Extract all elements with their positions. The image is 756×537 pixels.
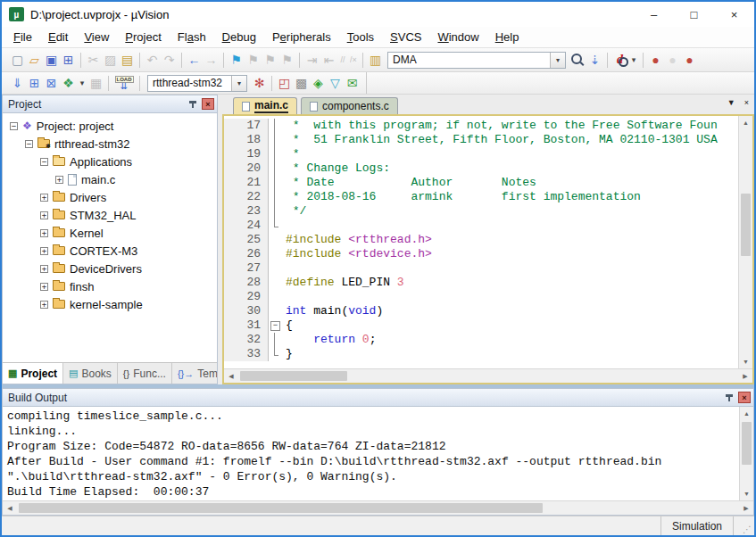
pin-icon[interactable] [187, 98, 199, 111]
bookmark-clear-all-icon[interactable]: ⚑ [278, 52, 295, 68]
editor-vertical-scrollbar[interactable]: ▲ ▼ [738, 116, 752, 368]
save-icon[interactable]: ▣ [43, 52, 60, 68]
panel-tab-func-[interactable]: {}Func... [118, 363, 172, 384]
indent-icon[interactable]: ⇥ [303, 52, 320, 68]
code-line[interactable]: 19 * [224, 147, 738, 161]
incremental-find-icon[interactable]: ⇣ [586, 52, 603, 68]
menu-peripherals[interactable]: Peripherals [264, 28, 339, 46]
scroll-up-icon[interactable]: ▲ [740, 407, 753, 420]
code-line[interactable]: 33} [224, 347, 738, 361]
new-file-icon[interactable]: ▢ [9, 52, 26, 68]
paste-icon[interactable]: ▤ [119, 52, 136, 68]
bookmark-next-icon[interactable]: ⚑ [262, 52, 278, 68]
tree-expander-icon[interactable]: + [40, 283, 48, 291]
code-line[interactable]: 26#include <rtdevice.h> [224, 247, 738, 261]
tree-expander-icon[interactable]: + [40, 211, 48, 219]
tree-item-stm32-hal[interactable]: +STM32_HAL [3, 206, 217, 224]
menu-edit[interactable]: Edit [40, 28, 76, 46]
menu-svcs[interactable]: SVCS [382, 28, 429, 46]
copy-icon[interactable]: ▨ [102, 52, 119, 68]
panel-tab-project[interactable]: ▦Project [3, 363, 63, 384]
redo-icon[interactable]: ↷ [161, 52, 178, 68]
editor-tab-components-c[interactable]: components.c [301, 97, 398, 114]
manage-run-time-environment-icon[interactable]: ◈ [310, 75, 327, 91]
panel-tab-books[interactable]: ▤Books [63, 363, 118, 384]
target-select-combo[interactable]: rtthread-stm32▾ [147, 75, 247, 92]
scroll-up-icon[interactable]: ▲ [739, 116, 752, 129]
menu-file[interactable]: File [5, 28, 40, 46]
editor-tab-main-c[interactable]: main.c [233, 97, 297, 114]
scroll-left-icon[interactable]: ◀ [224, 373, 238, 380]
menu-window[interactable]: Window [429, 28, 486, 46]
scroll-down-icon[interactable]: ▼ [739, 355, 752, 368]
tree-expander-icon[interactable]: − [10, 122, 18, 130]
code-line[interactable]: 29 [224, 290, 738, 304]
build-output-log[interactable]: compiling timeslice_sample.c...linking..… [3, 407, 739, 500]
minimize-button[interactable]: – [634, 2, 674, 27]
batch-build-caret[interactable]: ▾ [77, 75, 87, 91]
tree-item-cortex-m3[interactable]: +CORTEX-M3 [3, 242, 217, 260]
debug-search-icon[interactable]: d [611, 52, 628, 68]
translate-icon[interactable]: ⇓ [9, 75, 26, 91]
editor-horizontal-scrollbar[interactable]: ◀ ▶ [224, 368, 752, 383]
build-icon[interactable]: ⊞ [26, 75, 43, 91]
build-output-horizontal-scrollbar[interactable]: ◀ ▶ [3, 500, 753, 515]
scroll-right-icon[interactable]: ▶ [738, 373, 752, 380]
multi-project-workspace-icon[interactable]: ▩ [293, 75, 310, 91]
menu-help[interactable]: Help [487, 28, 528, 46]
build-output-vertical-scrollbar[interactable]: ▲ ▼ [739, 407, 753, 500]
build-vscroll-thumb[interactable] [742, 422, 752, 465]
code-line[interactable]: 28#define LED_PIN 3 [224, 276, 738, 290]
tree-item-kernel-sample[interactable]: +kernel-sample [3, 295, 217, 313]
tree-expander-icon[interactable]: − [40, 158, 48, 166]
code-line[interactable]: 17 * with this program; if not, write to… [224, 119, 738, 133]
disable-all-breakpoints-icon[interactable]: ● [664, 52, 681, 68]
tree-item-kernel[interactable]: +Kernel [3, 224, 217, 242]
menu-project[interactable]: Project [117, 28, 169, 46]
code-line[interactable]: 21 * Date Author Notes [224, 176, 738, 190]
search-dropdown-caret[interactable]: ▾ [628, 52, 639, 68]
tree-expander-icon[interactable]: + [40, 265, 48, 273]
tree-item-rtthread-stm32[interactable]: −rtthread-stm32 [3, 135, 217, 153]
code-line[interactable]: 32 return 0; [224, 333, 738, 347]
cut-icon[interactable]: ✂ [85, 52, 102, 68]
bookmark-previous-icon[interactable]: ⚑ [245, 52, 262, 68]
tree-expander-icon[interactable]: + [55, 176, 63, 184]
maximize-button[interactable]: □ [674, 2, 714, 27]
build-hscroll-thumb[interactable] [19, 503, 543, 513]
code-line[interactable]: 25#include <rtthread.h> [224, 233, 738, 247]
tree-expander-icon[interactable]: + [40, 247, 48, 255]
menu-tools[interactable]: Tools [339, 28, 382, 46]
code-editor[interactable]: 17 * with this program; if not, write to… [224, 116, 738, 368]
tree-item-finsh[interactable]: +finsh [3, 277, 217, 295]
unindent-icon[interactable]: ⇤ [320, 52, 337, 68]
resize-grip[interactable]: ⋰ [733, 516, 754, 535]
uncomment-selection-icon[interactable]: /× [348, 52, 359, 68]
options-for-target-icon[interactable]: ✻ [251, 75, 268, 91]
save-all-icon[interactable]: ⊞ [60, 52, 77, 68]
search-combo-dropdown-icon[interactable]: ▾ [550, 53, 565, 68]
tree-item-devicedrivers[interactable]: +DeviceDrivers [3, 260, 217, 277]
tree-item-project-project[interactable]: −❖Project: project [3, 117, 217, 135]
find-icon[interactable] [569, 52, 586, 68]
tree-expander-icon[interactable]: − [25, 140, 33, 148]
undo-icon[interactable]: ↶ [144, 52, 161, 68]
stop-build-icon[interactable]: ▦ [87, 75, 104, 91]
tree-item-main-c[interactable]: +main.c [3, 170, 217, 188]
code-line[interactable]: 18 * 51 Franklin Street, Fifth Floor, Bo… [224, 133, 738, 147]
comment-selection-icon[interactable]: // [337, 52, 348, 68]
download-icon[interactable]: LOAD⇊ [112, 75, 136, 91]
fold-collapse-icon[interactable] [269, 318, 281, 333]
scroll-left-icon[interactable]: ◀ [3, 505, 17, 512]
kill-all-breakpoints-icon[interactable]: ● [681, 52, 698, 68]
toggle-breakpoint-icon[interactable]: ● [647, 52, 664, 68]
code-line[interactable]: 27 [224, 261, 738, 276]
tree-expander-icon[interactable]: + [40, 229, 48, 237]
manage-project-items-icon[interactable]: ◰ [276, 75, 293, 91]
navigate-forward-icon[interactable]: → [203, 52, 220, 68]
target-select-combo-dropdown-icon[interactable]: ▾ [231, 76, 246, 91]
tree-expander-icon[interactable]: + [40, 301, 48, 309]
tree-item-drivers[interactable]: +Drivers [3, 188, 217, 206]
code-line[interactable]: 24 [224, 219, 738, 233]
menu-view[interactable]: View [76, 28, 117, 46]
